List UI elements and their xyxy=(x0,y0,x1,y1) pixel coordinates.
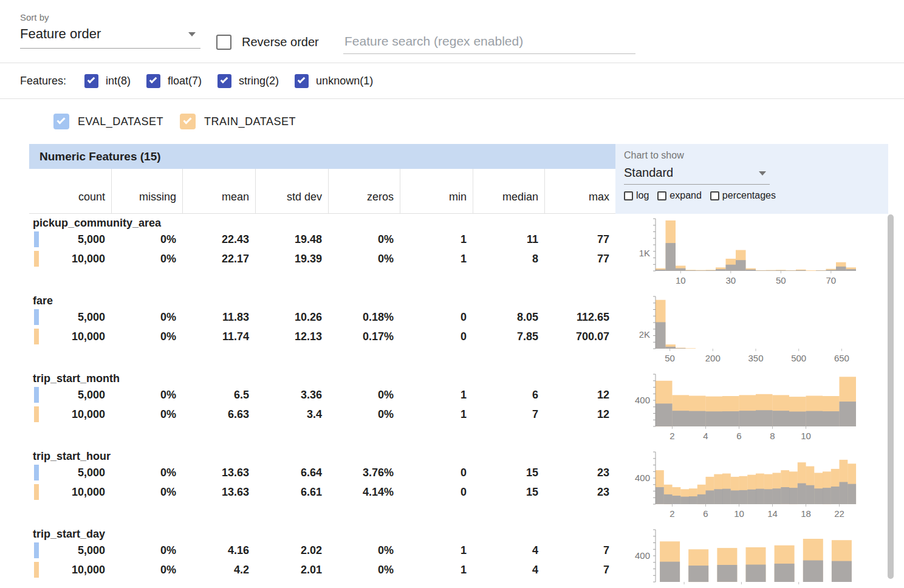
svg-text:400: 400 xyxy=(635,395,650,405)
stat-row-train: 10,0000%13.636.614.14%01523 xyxy=(29,482,615,502)
column-header-missing: missing xyxy=(111,169,182,213)
stat-cell: 0 xyxy=(400,482,473,502)
stat-cell: 5,000 xyxy=(29,463,111,482)
scrollbar-thumb[interactable] xyxy=(888,214,894,579)
svg-text:70: 70 xyxy=(826,275,836,285)
feature-list: pickup_community_area5,0000%22.4319.480%… xyxy=(29,214,904,588)
eval-dataset-checkbox[interactable] xyxy=(53,114,69,129)
stat-cell: 0% xyxy=(328,385,400,405)
svg-text:10: 10 xyxy=(676,275,686,285)
filter-checkbox-float[interactable] xyxy=(146,74,160,88)
stat-cell: 6.61 xyxy=(255,482,328,502)
toolbar: Sort by Feature order Reverse order xyxy=(0,0,904,63)
feature-block: trip_start_day5,0000%4.162.020%14710,000… xyxy=(29,525,904,588)
sort-by-dropdown[interactable]: Sort by Feature order xyxy=(20,12,200,49)
stat-row-train: 10,0000%6.633.40%1712 xyxy=(29,405,615,424)
features-filter-label: Features: xyxy=(20,75,66,87)
filter-label-float: float(7) xyxy=(168,75,202,87)
stat-cell: 1 xyxy=(400,385,473,405)
chart-type-dropdown[interactable]: Standard xyxy=(624,166,770,185)
stat-cell: 0% xyxy=(328,405,400,424)
chart-to-show-label: Chart to show xyxy=(624,150,888,161)
stat-cell: 0% xyxy=(111,249,182,268)
stat-cell: 22.43 xyxy=(182,230,255,249)
train-dataset-checkbox[interactable] xyxy=(180,114,196,129)
stat-cell: 0% xyxy=(111,385,182,405)
chart-controls-panel: Chart to show Standard log expand percen… xyxy=(615,144,888,214)
stat-cell: 11.74 xyxy=(182,327,255,346)
column-header-median: median xyxy=(473,169,544,213)
stat-cell: 19.39 xyxy=(255,249,328,268)
stat-cell: 23 xyxy=(544,463,615,482)
stat-cell: 0.17% xyxy=(328,327,400,346)
svg-text:18: 18 xyxy=(801,508,811,519)
log-checkbox[interactable] xyxy=(624,191,633,200)
feature-block: pickup_community_area5,0000%22.4319.480%… xyxy=(29,214,904,292)
feature-histogram: 1K10305070 xyxy=(615,214,904,292)
feature-name: fare xyxy=(29,292,615,307)
feature-type-filter-bar: Features: int(8) float(7) string(2) unkn… xyxy=(0,63,904,99)
svg-text:14: 14 xyxy=(767,508,778,519)
stat-cell: 3.36 xyxy=(255,385,328,405)
histogram-chart: 2K50200350500650 xyxy=(615,292,902,368)
column-header-zeros: zeros xyxy=(328,169,400,213)
svg-text:10: 10 xyxy=(801,431,811,441)
stat-cell: 6.5 xyxy=(182,385,255,405)
stat-cell: 15 xyxy=(473,482,544,502)
histogram-chart: 400246 xyxy=(615,525,902,588)
percentages-checkbox[interactable] xyxy=(710,191,719,200)
svg-text:500: 500 xyxy=(791,353,806,363)
svg-text:2: 2 xyxy=(669,508,674,519)
svg-text:400: 400 xyxy=(635,550,650,561)
stat-cell: 12.13 xyxy=(255,327,328,346)
stat-cell: 10,000 xyxy=(29,249,111,268)
feature-search-input[interactable] xyxy=(343,29,635,54)
stat-cell: 1 xyxy=(400,541,473,560)
stat-cell: 6.63 xyxy=(182,405,255,424)
stat-cell: 0% xyxy=(111,463,182,482)
app: { "toolbar": { "sort_by_label": "Sort by… xyxy=(0,0,904,588)
dataset-swatch-train xyxy=(34,562,39,578)
filter-checkbox-unknown[interactable] xyxy=(295,74,309,88)
dataset-swatch-train xyxy=(34,406,39,422)
stat-cell: 4.2 xyxy=(182,560,255,579)
column-headers: count missing mean std dev zeros min med… xyxy=(29,169,615,214)
feature-block: trip_start_month5,0000%6.53.360%161210,0… xyxy=(29,369,904,447)
stat-cell: 2.02 xyxy=(255,541,328,560)
stat-cell: 4 xyxy=(473,541,544,560)
filter-checkbox-string[interactable] xyxy=(217,74,231,88)
feature-histogram: 4002610141822 xyxy=(615,447,904,525)
stat-cell: 0% xyxy=(111,327,182,346)
stat-cell: 4.14% xyxy=(328,482,400,502)
svg-text:1K: 1K xyxy=(639,248,650,258)
stat-cell: 4.16 xyxy=(182,541,255,560)
dataset-swatch-train xyxy=(34,251,39,267)
reverse-order-checkbox[interactable] xyxy=(216,35,231,50)
column-header-mean: mean xyxy=(182,169,255,213)
svg-text:2: 2 xyxy=(669,431,674,441)
stat-cell: 5,000 xyxy=(29,307,111,327)
stat-cell: 0% xyxy=(111,541,182,560)
filter-checkbox-int[interactable] xyxy=(84,74,98,88)
stat-cell: 0 xyxy=(400,307,473,327)
stat-cell: 13.63 xyxy=(182,482,255,502)
stat-cell: 23 xyxy=(544,482,615,502)
stat-cell: 22.17 xyxy=(182,249,255,268)
stat-cell: 12 xyxy=(544,385,615,405)
expand-label: expand xyxy=(669,190,702,201)
dataset-swatch-eval xyxy=(34,309,39,325)
svg-text:10: 10 xyxy=(734,508,744,519)
dataset-swatch-train xyxy=(34,329,39,344)
stat-cell: 8.05 xyxy=(473,307,544,327)
feature-name: trip_start_month xyxy=(29,369,615,385)
histogram-chart: 400246810 xyxy=(615,369,902,446)
checkmark-icon xyxy=(221,75,228,83)
feature-block: fare5,0000%11.8310.260.18%08.05112.6510,… xyxy=(29,292,904,369)
stat-cell: 0% xyxy=(328,230,400,249)
stat-cell: 10,000 xyxy=(29,560,111,579)
dataset-swatch-train xyxy=(34,484,39,500)
stat-cell: 7 xyxy=(544,560,615,579)
stat-cell: 5,000 xyxy=(29,230,111,249)
stat-cell: 19.48 xyxy=(255,230,328,249)
expand-checkbox[interactable] xyxy=(657,191,666,200)
